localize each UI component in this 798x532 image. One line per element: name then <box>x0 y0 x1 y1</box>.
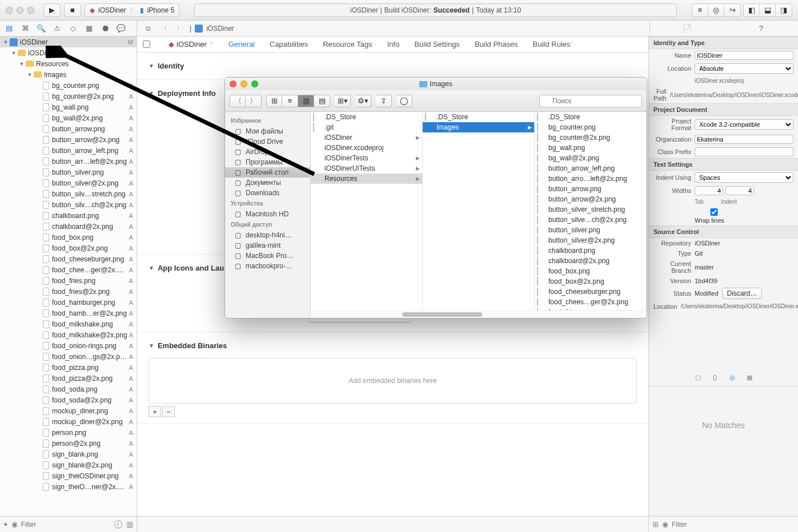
file-template-library-icon[interactable]: ▢ <box>692 372 704 382</box>
finder-item[interactable]: food_box.png <box>535 266 646 276</box>
library-filter-input[interactable] <box>672 521 795 529</box>
navigator-row[interactable]: chalkboard.pngA <box>0 210 137 221</box>
wrap-lines-checkbox[interactable]: Wrap lines <box>695 208 733 224</box>
embedded-binaries-drop[interactable]: Add embedded binaries here <box>149 358 637 404</box>
navigator-row[interactable]: food_soda@2x.pngA <box>0 394 137 405</box>
navigator-row[interactable]: food_soda.pngA <box>0 384 137 394</box>
navigator-row[interactable]: bg_counter.pngA <box>0 80 137 91</box>
object-library-icon[interactable]: ◎ <box>727 372 738 382</box>
finder-item[interactable]: button_arro…left@2x.png <box>535 174 646 184</box>
finder-sidebar-item[interactable]: ▢Downloads <box>225 188 310 198</box>
navigator-row[interactable]: ▼iOSDiner <box>0 47 137 58</box>
finder-item[interactable]: iOSDinerTests▶ <box>311 153 422 163</box>
issue-navigator-icon[interactable]: ⚠ <box>51 23 63 34</box>
target-checkbox[interactable] <box>143 41 150 48</box>
navigator-row[interactable]: food_chee…ger@2x.pngA <box>0 264 137 275</box>
finder-item[interactable]: iOSDiner▶ <box>311 132 422 143</box>
navigator-row[interactable]: button_arrow@2x.pngA <box>0 134 137 145</box>
finder-item[interactable]: button_silve…ch@2x.png <box>535 215 646 225</box>
view-toggle-segment[interactable]: ◧⬓◨ <box>743 3 792 17</box>
navigator-row[interactable]: sign_theiO…ner@2x.pngA <box>0 481 137 492</box>
inspector-format-select[interactable]: Xcode 3.2-compatible <box>695 119 793 130</box>
finder-window[interactable]: Images 〈〉 ⊞ ≡ ▥ ▤ ⊞▾ ⚙▾ ⇪ ◯ Избранное▢Мо… <box>224 77 647 319</box>
finder-sidebar-item[interactable]: ▢Рабочий стол <box>225 167 310 178</box>
finder-forward-button[interactable]: 〉 <box>246 95 262 107</box>
finder-tags-button[interactable]: ◯ <box>396 95 412 107</box>
tab-info[interactable]: Info <box>387 40 400 49</box>
finder-item[interactable]: food_cheeseburger.png <box>535 287 646 297</box>
section-embedded[interactable]: ▼Embedded Binaries <box>149 338 637 353</box>
navigator-row[interactable]: food_onion-rings.pngA <box>0 340 137 351</box>
filter-icon[interactable]: ◉ <box>11 520 18 529</box>
navigator-row[interactable]: button_silver@2x.pngA <box>0 178 137 188</box>
navigator-row[interactable]: button_silv…stretch.pngA <box>0 188 137 199</box>
navigator-row[interactable]: food_box.pngA <box>0 232 137 243</box>
scm-filter-icon[interactable]: ▥ <box>126 520 133 529</box>
navigator-row[interactable]: sign_theiOSDiner.pngA <box>0 470 137 481</box>
navigator-row[interactable]: ▼Images <box>0 69 137 80</box>
navigator-row[interactable]: button_arrow.pngA <box>0 123 137 134</box>
add-button[interactable]: + <box>3 520 8 529</box>
finder-sidebar-item[interactable]: ▢Мои файлы <box>225 126 310 136</box>
finder-col-2[interactable]: .DS_StoreImages▶ <box>423 112 535 318</box>
navigator-row[interactable]: sign_blank@2x.pngA <box>0 460 137 470</box>
navigator-row[interactable]: food_hamb…er@2x.pngA <box>0 308 137 319</box>
navigator-row[interactable]: button_arrow_left.pngA <box>0 145 137 156</box>
finder-sidebar-item[interactable]: ▢macbookpro-… <box>225 261 310 271</box>
navigator-row[interactable]: food_box@2x.pngA <box>0 243 137 253</box>
coverflow-view-icon[interactable]: ▤ <box>314 95 330 107</box>
finder-item[interactable]: bg_counter.png <box>535 122 646 132</box>
library-view-mode-icon[interactable]: ⊞ <box>652 520 659 529</box>
inspector-location-select[interactable]: Absolute <box>695 63 793 74</box>
navigator-row[interactable]: food_pizza.pngA <box>0 362 137 373</box>
finder-sidebar-item[interactable]: ▢Macintosh HD <box>225 209 310 219</box>
inspector-indent-select[interactable]: Spaces <box>695 172 793 183</box>
finder-search-input[interactable] <box>539 95 642 107</box>
list-view-icon[interactable]: ≡ <box>282 95 298 107</box>
tab-build-rules[interactable]: Build Rules <box>533 40 571 49</box>
navigator-row[interactable]: sign_blank.pngA <box>0 449 137 460</box>
file-inspector-icon[interactable]: 📄 <box>681 23 693 34</box>
finder-arrange-button[interactable]: ⊞▾ <box>335 95 351 107</box>
finder-item[interactable]: chalkboard@2x.png <box>535 256 646 266</box>
tab-build-phases[interactable]: Build Phases <box>475 40 518 49</box>
finder-view-segment[interactable]: ⊞ ≡ ▥ ▤ <box>266 95 330 107</box>
remove-embedded-button[interactable]: − <box>162 406 175 417</box>
finder-scrollbar[interactable] <box>311 310 647 318</box>
navigator-row[interactable]: ▼iOSDinerM <box>0 37 137 47</box>
finder-sidebar-item[interactable]: ▢Документы <box>225 178 310 188</box>
navigator-row[interactable]: food_pizza@2x.pngA <box>0 373 137 384</box>
finder-item[interactable]: button_silver.png <box>535 225 646 235</box>
debug-navigator-icon[interactable]: ▦ <box>83 23 95 34</box>
finder-item[interactable]: Resources▶ <box>311 174 422 184</box>
finder-sidebar-item[interactable]: ▢Программы <box>225 157 310 167</box>
inspector-prefix-input[interactable] <box>695 147 793 156</box>
finder-item[interactable]: .DS_Store <box>535 112 646 122</box>
zoom-window[interactable] <box>27 7 34 14</box>
jump-bar[interactable]: ⧉ 〈 〉 | iOSDiner <box>137 21 649 36</box>
finder-item[interactable]: chalkboard.png <box>535 245 646 256</box>
stop-button[interactable]: ■ <box>64 3 81 17</box>
minimize-window[interactable] <box>17 7 23 14</box>
finder-sidebar[interactable]: Избранное▢Мои файлы▢iCloud Drive▢AirDrop… <box>225 112 311 318</box>
navigator-row[interactable]: bg_wall@2x.pngA <box>0 112 137 123</box>
report-navigator-icon[interactable]: 💬 <box>115 23 127 34</box>
finder-item[interactable]: .git <box>311 122 422 132</box>
navigator-row[interactable]: food_fries@2x.pngA <box>0 286 137 297</box>
tab-general[interactable]: General <box>228 40 255 49</box>
project-navigator[interactable]: ▼iOSDinerM▼iOSDiner▼Resources▼Imagesbg_c… <box>0 37 137 516</box>
bottom-panel-icon[interactable]: ⬓ <box>760 4 776 17</box>
finder-item[interactable]: bg_wall@2x.png <box>535 153 646 163</box>
right-panel-icon[interactable]: ◨ <box>776 4 792 17</box>
forward-icon[interactable]: 〉 <box>174 23 186 34</box>
symbol-navigator-icon[interactable]: ⌘ <box>19 23 31 34</box>
inspector-org-input[interactable] <box>695 135 793 144</box>
finder-sidebar-item[interactable]: ▢galilea-mint <box>225 240 310 251</box>
jump-bar-item[interactable]: iOSDiner <box>206 25 234 33</box>
navigator-row[interactable]: ▼Resources <box>0 58 137 69</box>
finder-item[interactable]: food_chees…ger@2x.png <box>535 297 646 307</box>
recent-filter-icon[interactable]: 🕘 <box>114 520 123 529</box>
navigator-row[interactable]: button_arr…left@2x.pngA <box>0 156 137 167</box>
finder-zoom-icon[interactable] <box>251 80 258 87</box>
finder-item[interactable]: iOSDinerUITests▶ <box>311 163 422 174</box>
